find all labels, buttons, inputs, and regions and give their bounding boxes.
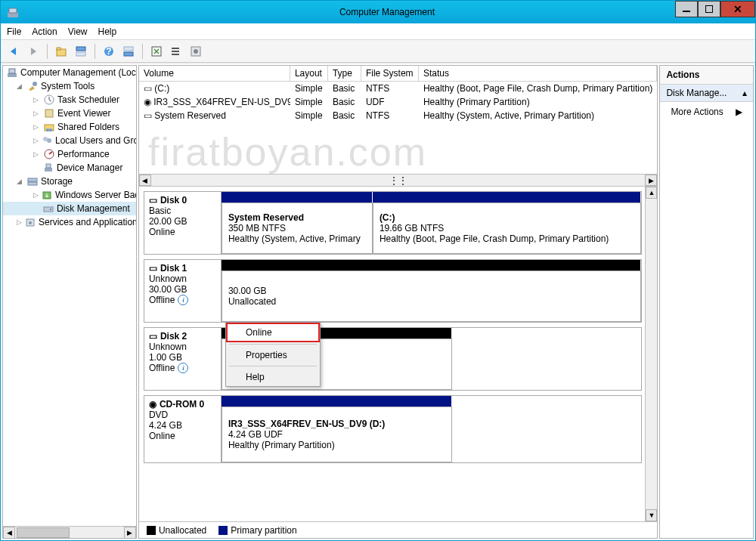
disk-row-0[interactable]: ▭Disk 0 Basic 20.00 GB Online System Res… (144, 191, 642, 255)
svg-rect-5 (57, 48, 60, 50)
settings-list-icon[interactable] (168, 43, 184, 60)
menu-view[interactable]: View (68, 26, 88, 37)
scroll-up-icon[interactable]: ▲ (646, 187, 657, 199)
ctx-separator (229, 344, 317, 345)
volume-row[interactable]: ▭ (C:) Simple Basic NTFS Healthy (Boot, … (139, 82, 657, 95)
tree-wsb[interactable]: ▷ Windows Server Backup (3, 188, 136, 202)
part-title: (C:) (380, 212, 635, 223)
tree-performance[interactable]: ▷ Performance (3, 147, 136, 161)
partition-unallocated[interactable]: 30.00 GB Unallocated (222, 270, 641, 322)
svg-rect-3 (705, 5, 713, 13)
col-layout[interactable]: Layout (290, 66, 328, 81)
partition-system-reserved[interactable]: System Reserved 350 MB NTFS Healthy (Sys… (222, 202, 373, 254)
tree-shared-folders[interactable]: ▷ Shared Folders (3, 120, 136, 134)
expand-icon[interactable]: ▷ (33, 137, 39, 144)
minimize-button[interactable] (675, 1, 698, 17)
view-bottom-icon[interactable] (120, 43, 137, 60)
disk-row-1[interactable]: ▭Disk 1 Unknown 30.00 GB Offlinei 30.00 … (144, 259, 642, 323)
tree-system-tools[interactable]: ◢ System Tools (3, 79, 136, 93)
maximize-button[interactable] (698, 1, 720, 17)
menu-file[interactable]: File (7, 26, 21, 37)
part-status: Healthy (System, Active, Primary (228, 233, 366, 244)
expand-icon[interactable]: ▷ (33, 150, 41, 158)
up-icon[interactable] (53, 43, 70, 60)
legend-swatch-primary (218, 526, 228, 535)
ctx-help[interactable]: Help (226, 368, 320, 386)
expand-icon[interactable]: ▷ (33, 110, 41, 117)
col-status[interactable]: Status (419, 66, 657, 81)
svg-rect-19 (9, 69, 15, 73)
menu-help[interactable]: Help (98, 26, 117, 37)
disk-row-2[interactable]: ▭Disk 2 Unknown 1.00 GB Offlinei 1.00 GB… (144, 327, 642, 391)
tree-pane: Computer Management (Local ◢ System Tool… (2, 65, 137, 539)
tree-storage[interactable]: ◢ Storage (3, 175, 136, 188)
volume-row[interactable]: ▭ System Reserved Simple Basic NTFS Heal… (139, 109, 657, 122)
svg-rect-34 (44, 207, 53, 212)
disk2-state: Offline (149, 363, 175, 373)
partition-c[interactable]: (C:) 19.66 GB NTFS Healthy (Boot, Page F… (373, 202, 642, 254)
info-icon[interactable]: i (178, 295, 188, 305)
collapse-icon[interactable]: ◢ (17, 82, 24, 90)
context-menu: Online Properties Help (225, 322, 321, 387)
actions-dm-label: Disk Manage... (666, 88, 727, 98)
svg-rect-10 (124, 47, 133, 51)
tree-local-users-label: Local Users and Groups (55, 135, 136, 146)
ctx-online[interactable]: Online (226, 323, 320, 342)
scroll-left-icon[interactable]: ◀ (139, 175, 151, 186)
disk2-size: 1.00 GB (149, 352, 216, 363)
disk2-type: Unknown (149, 342, 216, 352)
tree-disk-management[interactable]: Disk Management (3, 202, 136, 215)
volume-hscrollbar[interactable]: ◀ ⋮⋮ ▶ (139, 174, 657, 186)
ctx-properties[interactable]: Properties (226, 346, 320, 364)
scroll-right-icon[interactable]: ▶ (645, 175, 657, 186)
refresh-icon[interactable] (148, 43, 165, 60)
actions-header: Actions (660, 66, 753, 85)
scroll-grip-icon[interactable]: ⋮⋮ (151, 175, 645, 186)
tree-hscrollbar[interactable]: ◀ ▶ (3, 526, 136, 538)
hdd-icon: ▭ (149, 195, 157, 206)
vol-name: System Reserved (154, 110, 226, 121)
scroll-left-icon[interactable]: ◀ (3, 527, 15, 539)
tree-task-scheduler[interactable]: ▷ Task Scheduler (3, 93, 136, 107)
col-type[interactable]: Type (328, 66, 361, 81)
toolbar: ? (1, 40, 755, 63)
expand-icon[interactable]: ▷ (33, 191, 39, 199)
disk-row-cdrom[interactable]: ◉CD-ROM 0 DVD 4.24 GB Online IR3_SSS_X64… (144, 395, 642, 463)
scroll-thumb[interactable] (17, 527, 70, 538)
volume-row[interactable]: ◉ IR3_SSS_X64FREV_EN-US_DV9 (D:) Simple … (139, 95, 657, 109)
scroll-down-icon[interactable]: ▼ (646, 509, 657, 521)
part-status: Healthy (Primary Partition) (228, 440, 445, 450)
actions-more[interactable]: More Actions ▶ (660, 102, 753, 122)
device-icon (42, 162, 54, 174)
collapse-up-icon[interactable]: ▴ (742, 88, 747, 98)
disk-vscrollbar[interactable]: ▲ ▼ (645, 187, 657, 521)
partition-dvd[interactable]: IR3_SSS_X64FREV_EN-US_DV9 (D:) 4.24 GB U… (222, 407, 452, 462)
users-icon (41, 134, 53, 147)
col-filesystem[interactable]: File System (361, 66, 419, 81)
tree-shared-folders-label: Shared Folders (57, 122, 119, 132)
col-volume[interactable]: Volume (139, 66, 290, 81)
help-icon[interactable]: ? (101, 43, 117, 60)
back-button[interactable] (5, 43, 22, 60)
info-icon[interactable]: i (178, 363, 188, 373)
tree-device-manager[interactable]: Device Manager (3, 161, 136, 175)
view-top-icon[interactable] (73, 43, 89, 60)
expand-icon[interactable]: ▷ (17, 218, 22, 226)
scroll-right-icon[interactable]: ▶ (124, 527, 136, 539)
expand-icon[interactable]: ▷ (33, 123, 41, 131)
menu-action[interactable]: Action (32, 26, 57, 37)
volume-list: Volume Layout Type File System Status ▭ … (139, 66, 657, 187)
actions-disk-management[interactable]: Disk Manage... ▴ (660, 85, 753, 102)
tree-root[interactable]: Computer Management (Local (3, 66, 136, 79)
expand-icon[interactable]: ▷ (33, 96, 41, 104)
tree-local-users[interactable]: ▷ Local Users and Groups (3, 134, 136, 147)
tree-event-viewer[interactable]: ▷ Event Viewer (3, 107, 136, 120)
vol-status: Healthy (Boot, Page File, Crash Dump, Pr… (419, 82, 657, 94)
close-button[interactable]: ✕ (720, 1, 755, 17)
tree-services[interactable]: ▷ Services and Applications (3, 215, 136, 229)
forward-button[interactable] (25, 43, 42, 60)
svg-rect-6 (76, 47, 85, 51)
collapse-icon[interactable]: ◢ (17, 178, 24, 185)
settings-icon[interactable] (187, 43, 204, 60)
drive-icon: ▭ (144, 110, 152, 121)
